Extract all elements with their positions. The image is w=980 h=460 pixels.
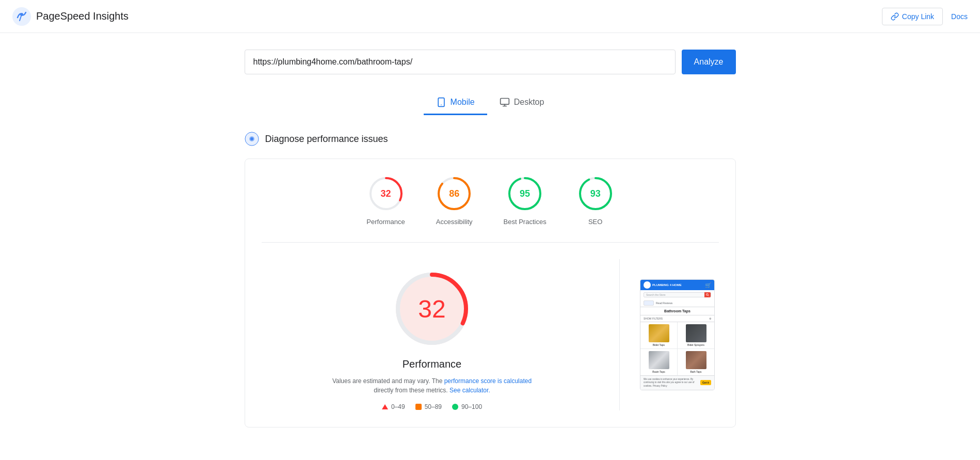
- screenshot-preview: PLUMBING 4 HOME 🛒 Search the Store: [640, 279, 715, 390]
- legend-red: 0–49: [382, 403, 405, 410]
- accessibility-score: 86: [449, 188, 459, 199]
- copy-link-button[interactable]: Copy Link: [882, 8, 943, 25]
- score-item-best-practices[interactable]: 95 Best Practices: [504, 176, 547, 226]
- big-performance-label: Performance: [403, 358, 462, 370]
- link-icon: [891, 12, 899, 21]
- diagnose-icon: [245, 132, 259, 146]
- legend-row: 0–49 50–89 90–100: [382, 403, 482, 410]
- best-practices-score: 95: [520, 188, 530, 199]
- big-performance-circle: 32: [391, 267, 473, 350]
- score-item-performance[interactable]: 32 Performance: [366, 176, 405, 226]
- score-item-accessibility[interactable]: 86 Accessibility: [436, 176, 473, 226]
- big-performance-score: 32: [418, 295, 445, 323]
- header: PageSpeed Insights Copy Link Docs: [0, 0, 980, 33]
- svg-point-9: [250, 137, 253, 140]
- screenshot-filter: SHOW FILTERS ⚙: [640, 315, 714, 322]
- product-img-3: [686, 351, 706, 369]
- svg-rect-4: [500, 99, 509, 105]
- screenshot-cart-icon: 🛒: [705, 282, 711, 288]
- url-bar-container: Analyze: [245, 50, 736, 74]
- detail-left: 32 Performance Values are estimated and …: [262, 259, 603, 410]
- product-img-2: [649, 351, 669, 369]
- logo-area: PageSpeed Insights: [12, 7, 128, 26]
- screenshot-header: PLUMBING 4 HOME 🛒: [640, 280, 714, 290]
- vertical-divider: [619, 259, 620, 410]
- screenshot-product-1: Bidet Sprayers: [678, 322, 714, 348]
- scores-row: 32 Performance 86 Accessibility: [262, 176, 719, 243]
- perf-score-link[interactable]: performance score is calculated: [444, 377, 532, 385]
- product-img-1: [686, 324, 706, 342]
- url-input[interactable]: [245, 50, 676, 74]
- logo-text: PageSpeed Insights: [36, 10, 128, 22]
- score-item-seo[interactable]: 93 SEO: [577, 176, 614, 226]
- detail-area: 32 Performance Values are estimated and …: [262, 259, 719, 410]
- section-heading: Diagnose performance issues: [245, 132, 736, 146]
- green-circle-icon: [452, 404, 458, 410]
- accessibility-circle: 86: [436, 176, 472, 212]
- screenshot-product-0: Bidet Taps: [640, 322, 677, 348]
- screenshot-search: Search the Store: [644, 292, 711, 297]
- performance-label: Performance: [366, 218, 405, 226]
- header-right: Copy Link Docs: [882, 8, 968, 25]
- screenshot-search-bar: Search the Store: [646, 293, 704, 296]
- detail-right: PLUMBING 4 HOME 🛒 Search the Store: [636, 259, 719, 410]
- score-note: Values are estimated and may vary. The p…: [329, 376, 535, 395]
- best-practices-circle: 95: [507, 176, 543, 212]
- red-triangle-icon: [382, 404, 388, 409]
- screenshot-badge-logo: [644, 300, 654, 306]
- tabs-container: Mobile Desktop: [245, 91, 736, 115]
- analyze-button[interactable]: Analyze: [682, 50, 736, 74]
- orange-square-icon: [415, 404, 422, 410]
- docs-link[interactable]: Docs: [951, 12, 968, 21]
- screenshot-product-2: Basin Taps: [640, 349, 677, 375]
- seo-circle: 93: [577, 176, 614, 212]
- accessibility-label: Accessibility: [436, 218, 473, 226]
- screenshot-logo-text: PLUMBING 4 HOME: [652, 283, 682, 287]
- tab-mobile[interactable]: Mobile: [424, 91, 487, 115]
- screenshot-badge-text: Read Reviews: [656, 302, 672, 305]
- results-card: 32 Performance 86 Accessibility: [245, 158, 736, 427]
- legend-orange: 50–89: [415, 403, 442, 410]
- seo-label: SEO: [588, 218, 602, 226]
- desktop-icon: [500, 97, 510, 107]
- screenshot-cookie-banner: We use cookies to enhance your experienc…: [640, 375, 714, 390]
- svg-point-21: [706, 294, 709, 296]
- performance-circle: 32: [368, 176, 404, 212]
- svg-line-22: [708, 295, 709, 296]
- main-content: Analyze Mobile Desktop Diagnose performa: [232, 33, 748, 444]
- tab-desktop[interactable]: Desktop: [487, 91, 557, 115]
- screenshot-grid: Bidet Taps Bidet Sprayers Basin Taps: [640, 322, 714, 375]
- product-img-0: [649, 324, 669, 342]
- screenshot-cookie-btn: Got it: [700, 380, 711, 385]
- screenshot-logo-icon: [644, 281, 651, 289]
- best-practices-label: Best Practices: [504, 218, 547, 226]
- legend-green: 90–100: [452, 403, 482, 410]
- screenshot-trust-badge: Read Reviews: [640, 299, 714, 307]
- performance-score: 32: [381, 188, 391, 199]
- screenshot-search-btn: [704, 292, 711, 297]
- screenshot-product-3: Bath Taps: [678, 349, 714, 375]
- pagespeed-logo-icon: [12, 7, 31, 26]
- seo-score: 93: [590, 188, 601, 199]
- calculator-link[interactable]: See calculator.: [449, 387, 490, 394]
- screenshot-logo-area: PLUMBING 4 HOME: [644, 281, 703, 289]
- mobile-icon: [436, 97, 446, 107]
- screenshot-title: Bathroom Taps: [640, 307, 714, 315]
- svg-point-0: [12, 7, 31, 26]
